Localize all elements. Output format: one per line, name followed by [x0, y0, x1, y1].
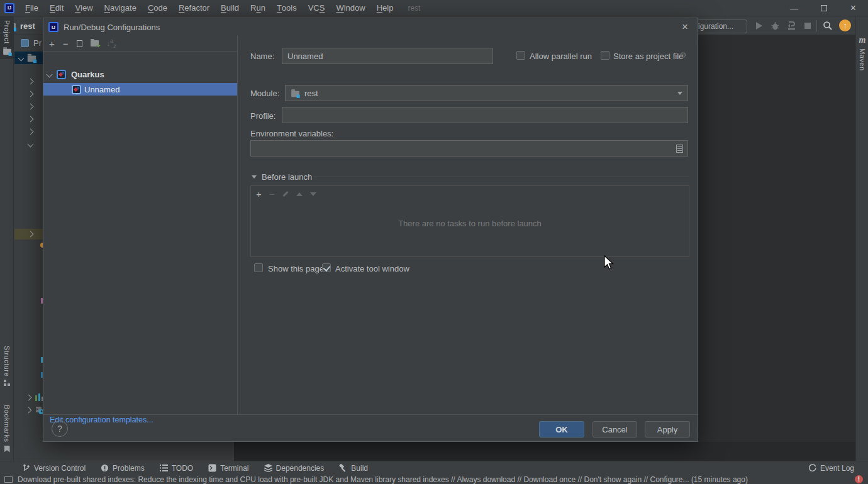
stripe-tab-maven[interactable]: m Maven: [856, 35, 868, 71]
window-controls: — ×: [779, 0, 868, 16]
env-vars-label: Environment variables:: [250, 129, 333, 138]
stop-button[interactable]: [803, 21, 813, 31]
chevron-right-icon[interactable]: [28, 91, 34, 97]
add-configuration-icon[interactable]: +: [49, 39, 55, 48]
stripe-tab-structure[interactable]: Structure: [0, 346, 14, 386]
apply-button[interactable]: Apply: [645, 421, 690, 437]
remove-configuration-icon[interactable]: −: [63, 39, 69, 48]
chevron-right-icon[interactable]: [26, 394, 32, 400]
tree-item-unnamed[interactable]: Unnamed: [43, 83, 237, 96]
status-message[interactable]: Download pre-built shared indexes: Reduc…: [18, 475, 748, 484]
ide-update-icon[interactable]: ↑: [839, 19, 851, 31]
highlighted-tree-row[interactable]: [14, 229, 43, 239]
chevron-down-icon[interactable]: [18, 55, 25, 61]
breadcrumb-project: rest: [20, 21, 35, 31]
tool-window-dependencies[interactable]: Dependencies: [264, 464, 325, 473]
event-log-button[interactable]: Event Log: [808, 464, 854, 473]
dialog-close-icon[interactable]: ×: [677, 19, 693, 35]
project-root-row[interactable]: [14, 52, 43, 64]
chevron-down-icon: [252, 175, 257, 179]
fatal-error-icon[interactable]: !: [855, 475, 863, 483]
minimize-icon[interactable]: —: [779, 0, 809, 16]
show-this-page-checkbox[interactable]: [254, 263, 263, 272]
env-vars-input[interactable]: [250, 140, 688, 157]
search-everywhere-icon[interactable]: [823, 21, 833, 31]
gear-icon[interactable]: ⚙: [679, 50, 687, 60]
run-button[interactable]: [754, 21, 764, 31]
close-window-icon[interactable]: ×: [838, 0, 868, 16]
menu-help[interactable]: Help: [371, 0, 399, 16]
show-this-page-label: Show this page: [268, 264, 324, 273]
chevron-right-icon[interactable]: [28, 231, 34, 238]
footer-divider: [43, 414, 698, 415]
sort-configurations-icon[interactable]: ↓az: [107, 38, 116, 49]
menu-tools[interactable]: Tools: [271, 0, 303, 16]
remove-task-icon[interactable]: −: [269, 189, 275, 199]
menu-view[interactable]: View: [69, 0, 98, 16]
chevron-right-icon[interactable]: [28, 104, 34, 110]
chevron-right-icon[interactable]: [28, 129, 34, 135]
before-launch-header[interactable]: Before launch: [252, 172, 312, 182]
menu-vcs[interactable]: VCS: [303, 0, 331, 16]
before-launch-tasks-panel: + − There are no tasks to run before lau…: [250, 185, 689, 257]
chevron-down-icon[interactable]: [47, 72, 53, 78]
add-task-icon[interactable]: +: [256, 189, 262, 199]
toolbar-separator: [816, 20, 817, 31]
module-folder-icon: [291, 91, 299, 96]
external-libraries-row[interactable]: [26, 393, 43, 401]
left-tool-stripe: Project Structure Bookmarks: [0, 16, 14, 461]
menu-build[interactable]: Build: [215, 0, 245, 16]
chevron-right-icon[interactable]: [26, 407, 32, 414]
ok-button[interactable]: OK: [539, 421, 584, 437]
tool-window-todo[interactable]: TODO: [160, 464, 193, 473]
menu-navigate[interactable]: Navigate: [99, 0, 142, 16]
dialog-title-bar[interactable]: IJ Run/Debug Configurations: [43, 18, 698, 36]
chevron-right-icon[interactable]: [28, 116, 34, 123]
tree-group-quarkus[interactable]: Quarkus: [47, 70, 104, 79]
menu-run[interactable]: Run: [245, 0, 271, 16]
module-label: Module:: [250, 89, 279, 98]
maximize-icon[interactable]: [809, 0, 838, 16]
help-button[interactable]: ?: [52, 421, 68, 437]
scratches-row[interactable]: [26, 406, 44, 414]
chevron-down-icon[interactable]: [28, 141, 34, 148]
tool-window-bar: Version Control Problems TODO Terminal D…: [0, 461, 868, 475]
project-panel-header[interactable]: Pr: [21, 38, 42, 48]
menu-edit[interactable]: Edit: [44, 0, 69, 16]
stripe-tab-project[interactable]: Project: [0, 16, 14, 59]
tool-window-build[interactable]: Build: [339, 464, 368, 473]
module-combobox[interactable]: rest: [285, 85, 688, 101]
menu-code[interactable]: Code: [142, 0, 173, 16]
name-input[interactable]: Unnamed: [282, 48, 493, 64]
event-log-icon: [808, 464, 816, 472]
move-up-icon[interactable]: [296, 192, 303, 196]
copy-configuration-icon[interactable]: [77, 40, 82, 47]
profile-input[interactable]: [282, 107, 688, 123]
configurations-tree-panel: + − ↓az Quarkus Unnamed Edit configurati…: [43, 36, 238, 414]
debug-button[interactable]: [770, 21, 780, 31]
new-folder-icon[interactable]: [91, 40, 99, 47]
edit-task-icon[interactable]: [282, 191, 288, 197]
activate-tool-window-checkbox[interactable]: [322, 263, 331, 272]
bookmark-icon: [4, 446, 10, 453]
shared-indexes-icon: [4, 476, 13, 483]
chevron-right-icon[interactable]: [28, 79, 34, 85]
cancel-button[interactable]: Cancel: [593, 421, 637, 437]
editor-area: [698, 35, 855, 461]
menu-refactor[interactable]: Refactor: [173, 0, 215, 16]
menu-bar: IJ FileEditViewNavigateCodeRefactorBuild…: [0, 0, 868, 16]
menu-window[interactable]: Window: [330, 0, 370, 16]
menu-file[interactable]: File: [19, 0, 44, 16]
store-as-project-file-checkbox[interactable]: [601, 51, 609, 60]
tool-window-terminal[interactable]: Terminal: [208, 464, 248, 473]
run-with-coverage-button[interactable]: [786, 21, 796, 31]
tool-window-problems[interactable]: Problems: [101, 464, 145, 473]
env-vars-browse-icon[interactable]: [676, 145, 683, 153]
intellij-logo-icon: IJ: [4, 3, 14, 13]
move-down-icon[interactable]: [310, 192, 316, 196]
ide-window: IJ FileEditViewNavigateCodeRefactorBuild…: [0, 0, 868, 484]
tree-chevrons: [28, 79, 33, 146]
allow-parallel-run-checkbox[interactable]: [516, 51, 525, 60]
stripe-tab-bookmarks[interactable]: Bookmarks: [0, 405, 14, 453]
tool-window-version-control[interactable]: Version Control: [23, 464, 86, 473]
